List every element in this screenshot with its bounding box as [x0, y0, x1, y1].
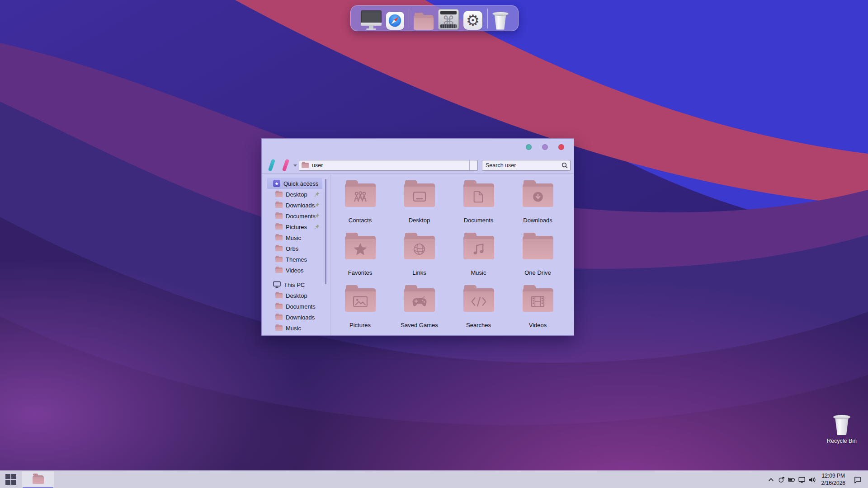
- sidebar-item-label: Themes: [286, 256, 307, 263]
- folder-icon: [275, 267, 283, 273]
- sidebar-item-label: Downloads: [286, 202, 315, 209]
- back-slash-icon[interactable]: [268, 159, 275, 171]
- folder-icon: [275, 314, 283, 320]
- folder-tile-desktop[interactable]: Desktop: [390, 178, 449, 230]
- folder-icon: [275, 192, 283, 197]
- folder-tile-documents[interactable]: Documents: [449, 178, 508, 230]
- network-icon[interactable]: [797, 471, 807, 488]
- search-input[interactable]: [486, 162, 561, 169]
- sidebar-item-pictures[interactable]: Pictures: [267, 221, 322, 232]
- start-button[interactable]: [0, 471, 22, 488]
- computer-icon: [273, 281, 281, 288]
- folder-label: Downloads: [523, 217, 552, 224]
- pin-icon: [314, 192, 320, 198]
- folder-icon: [275, 304, 283, 309]
- sidebar-item-music[interactable]: Music: [267, 232, 322, 243]
- dock: ⌘⚙: [350, 5, 519, 31]
- sidebar-item-downloads[interactable]: Downloads: [267, 312, 322, 323]
- chevron-up-icon[interactable]: [766, 471, 776, 488]
- sidebar-item-downloads[interactable]: Downloads: [267, 200, 322, 211]
- system-tray: 12:09 PM 2/16/2026: [766, 471, 868, 488]
- folder-icon: [33, 475, 44, 484]
- folder-label: Music: [471, 269, 486, 276]
- address-folder-icon: [302, 163, 309, 168]
- volume-icon[interactable]: [807, 471, 818, 488]
- folder-label: Documents: [464, 217, 494, 224]
- sidebar-scrollbar[interactable]: [325, 179, 326, 284]
- forward-slash-icon[interactable]: [282, 159, 289, 171]
- folder-icon: [463, 288, 494, 312]
- folder-tile-saved-games[interactable]: Saved Games: [390, 282, 449, 335]
- code-glyph: [463, 291, 494, 312]
- window-titlebar[interactable]: [262, 139, 574, 157]
- folder-label: Saved Games: [401, 322, 438, 328]
- folder-label: Favorites: [348, 269, 372, 276]
- sidebar-item-videos[interactable]: Videos: [267, 265, 322, 276]
- dock-trash-icon[interactable]: [492, 7, 509, 30]
- sidebar-item-documents[interactable]: Documents: [267, 211, 322, 221]
- address-bar[interactable]: [299, 160, 478, 171]
- recycle-bin[interactable]: Recycle Bin: [824, 415, 860, 444]
- folder-icon: [275, 325, 283, 331]
- clock-time: 12:09 PM: [821, 473, 845, 480]
- maximize-button[interactable]: [542, 144, 548, 150]
- address-input[interactable]: [312, 162, 469, 169]
- folder-label: Desktop: [409, 217, 430, 224]
- sidebar-item-documents[interactable]: Documents: [267, 301, 322, 312]
- music-note-glyph: [463, 239, 494, 259]
- tray-utility-icon[interactable]: [776, 471, 787, 488]
- dock-system-preferences-icon[interactable]: ⚙: [463, 7, 482, 30]
- sidebar-item-label: Pictures: [286, 224, 307, 230]
- folder-label: Pictures: [349, 322, 371, 328]
- folder-tile-contacts[interactable]: Contacts: [330, 178, 390, 230]
- folder-icon: [523, 288, 553, 312]
- taskbar-app-file-explorer[interactable]: [22, 471, 54, 488]
- taskbar-clock[interactable]: 12:09 PM 2/16/2026: [821, 473, 845, 487]
- folder-tile-videos[interactable]: Videos: [508, 282, 567, 335]
- sidebar-item-label: Orbs: [286, 245, 298, 252]
- folder-icon: [404, 183, 435, 207]
- sidebar-item-label: Videos: [286, 267, 304, 274]
- address-history-chevron-icon[interactable]: [293, 164, 297, 167]
- folder-tile-one-drive[interactable]: One Drive: [508, 230, 567, 282]
- close-button[interactable]: [558, 144, 564, 150]
- sidebar-list: ★Quick accessDesktopDownloadsDocumentsPi…: [262, 178, 330, 333]
- dock-display-icon[interactable]: [361, 7, 382, 30]
- sidebar-item-themes[interactable]: Themes: [267, 254, 322, 265]
- folder-icon: [345, 236, 376, 259]
- sidebar-section-quick-access[interactable]: ★Quick access: [267, 178, 322, 189]
- sidebar-item-label: Documents: [286, 213, 316, 220]
- folder-tile-pictures[interactable]: Pictures: [330, 282, 390, 335]
- search-box[interactable]: [482, 160, 571, 171]
- folder-tile-favorites[interactable]: Favorites: [330, 230, 390, 282]
- sidebar-section-label: Quick access: [283, 180, 318, 187]
- sidebar-item-orbs[interactable]: Orbs: [267, 243, 322, 254]
- dock-harddrive-icon[interactable]: ⌘: [438, 7, 459, 30]
- desktop: ⌘⚙ ★Quick accessDesktopD: [0, 0, 868, 488]
- address-dropdown-button[interactable]: [469, 160, 477, 170]
- sidebar-item-label: Downloads: [286, 314, 315, 321]
- minimize-button[interactable]: [526, 144, 532, 150]
- folder-icon: [523, 183, 553, 207]
- folder-icon: [523, 236, 553, 259]
- sidebar-item-desktop[interactable]: Desktop: [267, 290, 322, 301]
- battery-icon[interactable]: [787, 471, 797, 488]
- dock-separator: [487, 9, 488, 28]
- image-glyph: [345, 291, 376, 312]
- dock-safari-icon[interactable]: [386, 7, 404, 30]
- folder-tile-music[interactable]: Music: [449, 230, 508, 282]
- sidebar-section-this-pc[interactable]: This PC: [267, 279, 322, 290]
- folder-tile-searches[interactable]: Searches: [449, 282, 508, 335]
- folder-tile-links[interactable]: Links: [390, 230, 449, 282]
- film-glyph: [523, 291, 553, 312]
- sidebar-item-desktop[interactable]: Desktop: [267, 189, 322, 200]
- folder-tile-downloads[interactable]: Downloads: [508, 178, 567, 230]
- folder-grid: ContactsDesktopDocumentsDownloadsFavorit…: [330, 178, 574, 335]
- dock-folder-icon[interactable]: [414, 7, 434, 30]
- sidebar-item-music[interactable]: Music: [267, 323, 322, 333]
- action-center-icon[interactable]: [850, 471, 865, 488]
- sidebar-item-label: Music: [286, 325, 301, 332]
- pin-icon: [314, 213, 320, 220]
- start-icon: [5, 474, 16, 485]
- folder-icon: [275, 257, 283, 262]
